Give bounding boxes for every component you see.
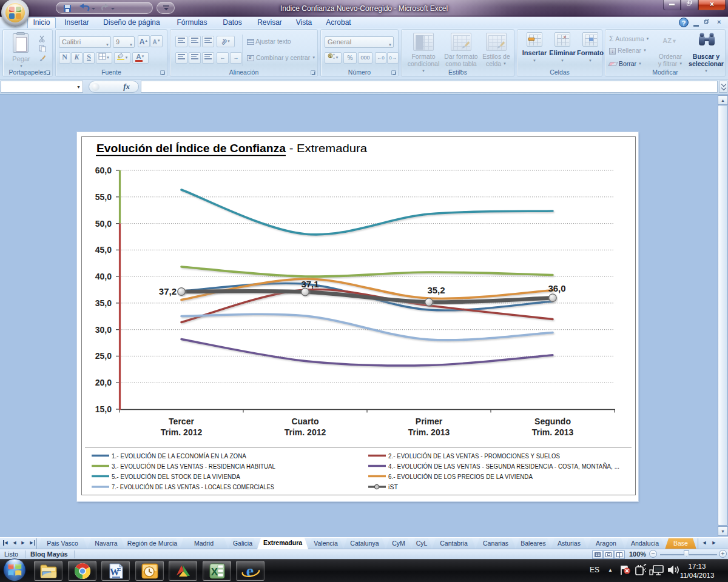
svg-text:Cuarto: Cuarto (291, 416, 318, 426)
svg-text:Trim. 2013: Trim. 2013 (408, 427, 450, 437)
svg-text:25,0: 25,0 (95, 351, 112, 361)
svg-text:4.- EVOLUCIÓN DE LAS VENTAS -: 4.- EVOLUCIÓN DE LAS VENTAS - SEGUNDA RE… (388, 463, 619, 470)
svg-text:2.- EVOLUCIÓN DE LAS VENTAS -: 2.- EVOLUCIÓN DE LAS VENTAS - PROMOCIONE… (388, 452, 560, 460)
svg-text:Tercer: Tercer (169, 416, 194, 426)
svg-text:60,0: 60,0 (95, 166, 112, 175)
svg-text:Trim. 2012: Trim. 2012 (285, 427, 326, 437)
svg-text:35,2: 35,2 (427, 285, 445, 295)
svg-text:Evolución del Índice de Confia: Evolución del Índice de Confianza - Extr… (96, 142, 368, 155)
svg-text:15,0: 15,0 (95, 404, 112, 414)
svg-text:35,0: 35,0 (95, 298, 112, 308)
svg-text:Segundo: Segundo (534, 416, 571, 426)
svg-text:36,0: 36,0 (548, 283, 565, 293)
svg-text:1.- EVOLUCIÓN DE LA ECONOMÍA E: 1.- EVOLUCIÓN DE LA ECONOMÍA EN LA ZONA (112, 452, 247, 460)
svg-text:X: X (211, 566, 218, 577)
svg-text:Primer: Primer (416, 416, 443, 426)
svg-text:Trim. 2013: Trim. 2013 (532, 427, 574, 437)
svg-text:45,0: 45,0 (95, 245, 112, 255)
svg-text:Trim. 2012: Trim. 2012 (161, 427, 203, 437)
svg-text:iST: iST (388, 483, 399, 490)
svg-text:5.- EVOLUCIÓN DEL STOCK DE LA: 5.- EVOLUCIÓN DEL STOCK DE LA VIVIENDA (112, 473, 241, 480)
svg-text:30,0: 30,0 (95, 325, 112, 335)
svg-text:55,0: 55,0 (95, 192, 112, 202)
svg-text:37,2: 37,2 (159, 286, 177, 296)
svg-text:3.- EVOLUCIÓN DE LAS VENTAS -: 3.- EVOLUCIÓN DE LAS VENTAS - RESIDENCIA… (112, 463, 275, 470)
svg-text:40,0: 40,0 (95, 272, 112, 281)
svg-text:$: $ (329, 54, 331, 59)
svg-text:6.- EVOLUCIÓN DE LOS PRECIOS D: 6.- EVOLUCIÓN DE LOS PRECIOS DE LA VIVIE… (388, 473, 533, 480)
svg-text:50,0: 50,0 (95, 219, 112, 229)
svg-text:37,1: 37,1 (301, 279, 318, 289)
svg-text:7.- EVOLUCIÓN DE LAS VENTAS -: 7.- EVOLUCIÓN DE LAS VENTAS - LOCALES CO… (112, 483, 274, 490)
svg-text:20,0: 20,0 (95, 378, 112, 387)
